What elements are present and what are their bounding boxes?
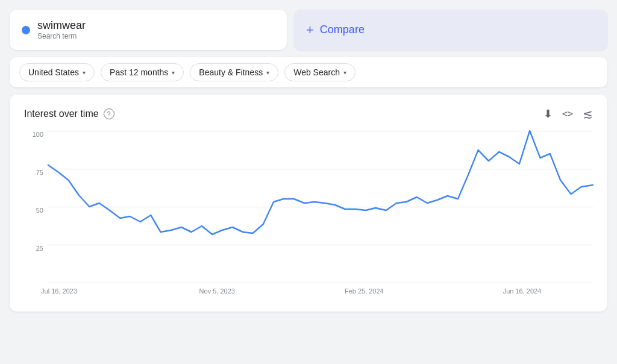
y-label-25: 25: [24, 245, 46, 252]
chart-title: Interest over time: [24, 108, 99, 119]
compare-card[interactable]: + Compare: [294, 10, 607, 50]
period-filter[interactable]: Past 12 months ▾: [101, 63, 184, 81]
chart-header: Interest over time ? ⬇ <> ≲: [24, 107, 593, 121]
chart-inner: [48, 131, 593, 283]
trend-line-chart: [48, 131, 593, 283]
x-axis-labels: Jul 16, 2023 Nov 5, 2023 Feb 25, 2024 Ju…: [48, 283, 593, 300]
x-label-feb: Feb 25, 2024: [345, 287, 384, 295]
location-filter[interactable]: United States ▾: [19, 63, 95, 81]
chart-area: 100 75 50 25 Jul: [24, 131, 593, 300]
type-chevron-icon: ▾: [343, 69, 346, 76]
chart-actions: ⬇ <> ≲: [543, 107, 593, 121]
x-label-jul: Jul 16, 2023: [41, 287, 77, 295]
compare-label: Compare: [320, 24, 365, 36]
type-filter[interactable]: Web Search ▾: [284, 63, 355, 81]
y-label-100: 100: [24, 131, 46, 138]
search-term-text: swimwear Search term: [37, 19, 86, 40]
x-label-jun: Jun 16, 2024: [503, 287, 542, 295]
location-chevron-icon: ▾: [83, 69, 86, 76]
type-label: Web Search: [293, 67, 340, 77]
period-chevron-icon: ▾: [172, 69, 175, 76]
y-axis-labels: 100 75 50 25: [24, 131, 46, 283]
help-icon[interactable]: ?: [104, 108, 114, 119]
chart-card: Interest over time ? ⬇ <> ≲ 100 75 50 25: [10, 95, 607, 312]
category-chevron-icon: ▾: [266, 69, 269, 76]
y-label-50: 50: [24, 207, 46, 214]
search-term-card: swimwear Search term: [10, 10, 287, 50]
filters-row: United States ▾ Past 12 months ▾ Beauty …: [10, 57, 607, 87]
search-term-name: swimwear: [37, 19, 86, 32]
trend-polyline: [48, 131, 593, 234]
share-icon[interactable]: ≲: [583, 107, 593, 121]
chart-title-group: Interest over time ?: [24, 108, 114, 119]
category-filter[interactable]: Beauty & Fitness ▾: [190, 63, 278, 81]
y-label-75: 75: [24, 169, 46, 176]
search-term-label: Search term: [37, 32, 86, 40]
embed-icon[interactable]: <>: [562, 108, 573, 119]
download-icon[interactable]: ⬇: [543, 107, 553, 121]
compare-plus-icon: +: [306, 22, 314, 38]
x-label-nov: Nov 5, 2023: [199, 287, 235, 295]
category-label: Beauty & Fitness: [199, 67, 263, 77]
search-term-dot: [22, 26, 30, 34]
period-label: Past 12 months: [110, 67, 168, 77]
location-label: United States: [28, 67, 79, 77]
